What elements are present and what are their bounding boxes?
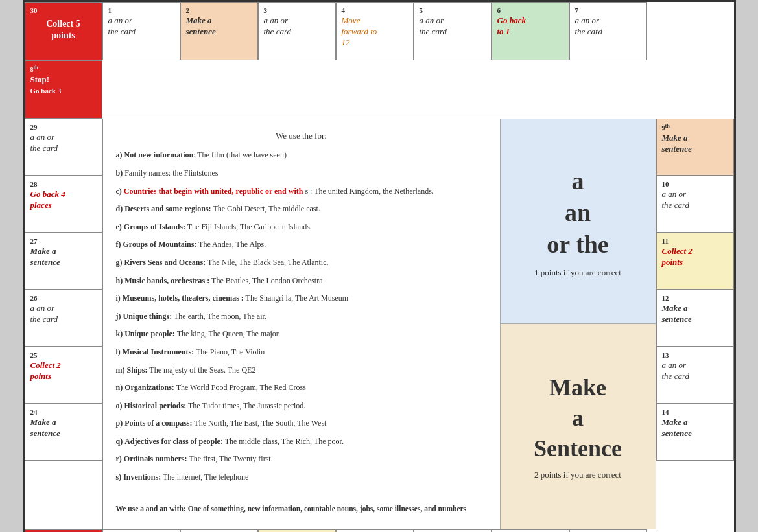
cell-13: 13 a an orthe card xyxy=(656,347,734,404)
article-points: 1 points if you are correct xyxy=(534,268,621,278)
cell-14: 14 Make asentence xyxy=(656,404,734,461)
cell-29: 29 a an orthe card xyxy=(25,119,102,176)
sentence-box: MakeaSentence 2 points if you are correc… xyxy=(501,324,656,528)
cell-19: 19 a an orthe card xyxy=(336,529,414,532)
cell-7: 7 a an orthe card xyxy=(569,2,647,60)
cell-23: 23 Stop!Miss a turn xyxy=(25,529,102,532)
cell-10: 10 a an orthe card xyxy=(656,176,734,233)
info-box: We use the for: a) Not new information: … xyxy=(103,119,500,529)
cell-2: 2 Make asentence xyxy=(180,2,258,60)
cell-6: 6 Go backto 1 xyxy=(492,2,569,60)
cell-21: 21 Make asentence xyxy=(180,529,258,532)
top-row: 30 Collect 5points 1 a an orthe card 2 M… xyxy=(25,2,734,119)
cell-26: 26 a an orthe card xyxy=(25,290,102,347)
cell-25: 25 Collect 2points xyxy=(25,347,102,404)
cell-22: 22 a an orthe card xyxy=(102,529,180,532)
cell-28: 28 Go back 4places xyxy=(25,176,102,233)
cell-12: 12 Make asentence xyxy=(656,290,734,347)
cell-3: 3 a an orthe card xyxy=(258,2,336,60)
cell-11: 11 Collect 2points xyxy=(656,233,734,290)
middle-section: 29 a an orthe card 28 Go back 4places 27… xyxy=(25,119,734,529)
right-col: 9th Make asentence 10 a an orthe card 11… xyxy=(656,119,734,529)
article-box: aanor the 1 points if you are correct xyxy=(501,119,656,324)
cell-27: 27 Make asentence xyxy=(25,233,102,290)
left-col: 29 a an orthe card 28 Go back 4places 27… xyxy=(25,119,102,529)
cell-18: 18 loose 2points xyxy=(414,529,492,532)
sentence-points: 2 points if you are correct xyxy=(534,470,621,480)
cell-8: 8th Stop!Go back 3 xyxy=(25,60,102,119)
cell-24: 24 Make asentence xyxy=(25,404,102,461)
cell-4: 4 Moveforward to12 xyxy=(336,2,414,60)
info-title: We use the for: xyxy=(116,128,487,143)
cell-16: 16 a an orthe card xyxy=(569,529,647,532)
bottom-row: 23 Stop!Miss a turn 22 a an orthe card 2… xyxy=(25,529,734,532)
cell-1: 1 a an orthe card xyxy=(102,2,180,60)
cell-20: 20 Collect 2points xyxy=(258,529,336,532)
cell-30: 30 Collect 5points xyxy=(25,2,102,60)
game-board: 30 Collect 5points 1 a an orthe card 2 M… xyxy=(23,0,736,532)
sentence-text: MakeaSentence xyxy=(534,373,622,463)
cell-17: 17 Make asentence xyxy=(492,529,569,532)
right-info-col: aanor the 1 points if you are correct Ma… xyxy=(500,119,656,529)
cell-9: 9th Make asentence xyxy=(656,119,734,176)
center-panel: We use the for: a) Not new information: … xyxy=(102,119,656,529)
cell-5: 5 a an orthe card xyxy=(414,2,492,60)
article-text: aanor the xyxy=(547,165,608,261)
